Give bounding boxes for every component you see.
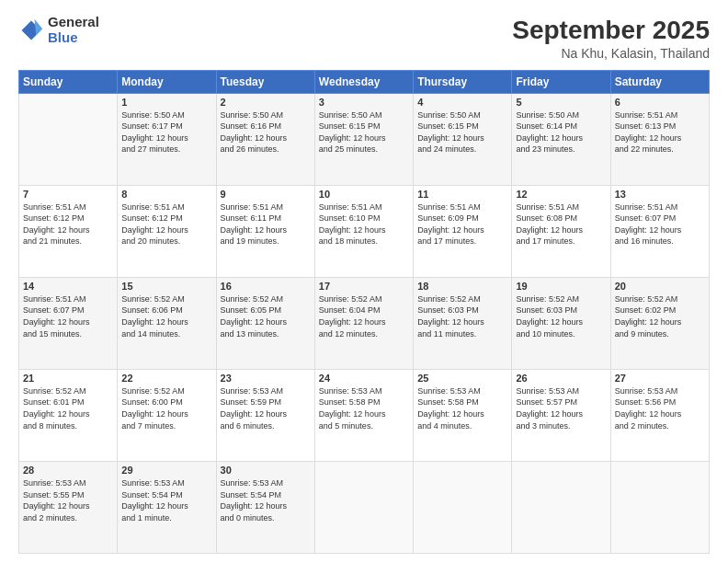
day-number: 10 — [319, 189, 409, 200]
calendar-cell: 12Sunrise: 5:51 AM Sunset: 6:08 PM Dayli… — [512, 185, 610, 277]
calendar-week-3: 14Sunrise: 5:51 AM Sunset: 6:07 PM Dayli… — [19, 277, 710, 369]
day-number: 18 — [417, 281, 507, 292]
title-area: September 2025 Na Khu, Kalasin, Thailand — [512, 15, 710, 61]
calendar-cell: 26Sunrise: 5:53 AM Sunset: 5:57 PM Dayli… — [512, 369, 610, 461]
day-info: Sunrise: 5:53 AM Sunset: 5:54 PM Dayligh… — [121, 477, 211, 523]
calendar-week-4: 21Sunrise: 5:52 AM Sunset: 6:01 PM Dayli… — [19, 369, 710, 461]
calendar-cell: 15Sunrise: 5:52 AM Sunset: 6:06 PM Dayli… — [118, 277, 216, 369]
day-number: 4 — [417, 97, 507, 108]
calendar-cell: 14Sunrise: 5:51 AM Sunset: 6:07 PM Dayli… — [19, 277, 118, 369]
calendar-cell: 17Sunrise: 5:52 AM Sunset: 6:04 PM Dayli… — [314, 277, 413, 369]
calendar-cell: 29Sunrise: 5:53 AM Sunset: 5:54 PM Dayli… — [118, 461, 216, 553]
calendar-cell: 5Sunrise: 5:50 AM Sunset: 6:14 PM Daylig… — [512, 93, 610, 185]
header: General Blue September 2025 Na Khu, Kala… — [18, 15, 710, 61]
subtitle: Na Khu, Kalasin, Thailand — [512, 46, 710, 61]
column-header-friday: Friday — [512, 70, 610, 93]
calendar-cell: 24Sunrise: 5:53 AM Sunset: 5:58 PM Dayli… — [314, 369, 413, 461]
day-number: 2 — [221, 97, 311, 108]
logo-icon — [18, 17, 44, 43]
day-info: Sunrise: 5:51 AM Sunset: 6:12 PM Dayligh… — [23, 201, 113, 247]
column-header-tuesday: Tuesday — [216, 70, 314, 93]
day-number: 9 — [221, 189, 311, 200]
calendar-body: 1Sunrise: 5:50 AM Sunset: 6:17 PM Daylig… — [19, 93, 710, 553]
day-number: 19 — [516, 281, 606, 292]
day-info: Sunrise: 5:51 AM Sunset: 6:08 PM Dayligh… — [516, 201, 606, 247]
calendar-cell: 18Sunrise: 5:52 AM Sunset: 6:03 PM Dayli… — [414, 277, 512, 369]
day-number: 20 — [615, 281, 705, 292]
logo: General Blue — [18, 15, 99, 45]
day-number: 26 — [516, 373, 606, 384]
day-info: Sunrise: 5:52 AM Sunset: 6:03 PM Dayligh… — [417, 293, 507, 339]
day-info: Sunrise: 5:51 AM Sunset: 6:13 PM Dayligh… — [615, 109, 705, 155]
column-header-thursday: Thursday — [414, 70, 512, 93]
day-number: 16 — [221, 281, 311, 292]
column-header-monday: Monday — [118, 70, 216, 93]
calendar-cell: 4Sunrise: 5:50 AM Sunset: 6:15 PM Daylig… — [414, 93, 512, 185]
calendar-cell: 23Sunrise: 5:53 AM Sunset: 5:59 PM Dayli… — [216, 369, 314, 461]
calendar-cell: 11Sunrise: 5:51 AM Sunset: 6:09 PM Dayli… — [414, 185, 512, 277]
day-info: Sunrise: 5:53 AM Sunset: 5:58 PM Dayligh… — [417, 385, 507, 431]
day-number: 12 — [516, 189, 606, 200]
day-number: 11 — [417, 189, 507, 200]
day-info: Sunrise: 5:52 AM Sunset: 6:00 PM Dayligh… — [121, 385, 211, 431]
calendar-cell: 16Sunrise: 5:52 AM Sunset: 6:05 PM Dayli… — [216, 277, 314, 369]
day-info: Sunrise: 5:53 AM Sunset: 5:58 PM Dayligh… — [319, 385, 409, 431]
day-info: Sunrise: 5:51 AM Sunset: 6:11 PM Dayligh… — [221, 201, 311, 247]
day-number: 15 — [121, 281, 211, 292]
calendar-cell — [19, 93, 118, 185]
day-info: Sunrise: 5:50 AM Sunset: 6:15 PM Dayligh… — [417, 109, 507, 155]
day-number: 5 — [516, 97, 606, 108]
day-number: 21 — [23, 373, 113, 384]
calendar-header: SundayMondayTuesdayWednesdayThursdayFrid… — [19, 70, 710, 93]
day-info: Sunrise: 5:52 AM Sunset: 6:06 PM Dayligh… — [121, 293, 211, 339]
calendar-cell: 21Sunrise: 5:52 AM Sunset: 6:01 PM Dayli… — [19, 369, 118, 461]
day-number: 25 — [417, 373, 507, 384]
calendar-cell: 25Sunrise: 5:53 AM Sunset: 5:58 PM Dayli… — [414, 369, 512, 461]
day-info: Sunrise: 5:51 AM Sunset: 6:07 PM Dayligh… — [23, 293, 113, 339]
calendar-cell: 19Sunrise: 5:52 AM Sunset: 6:03 PM Dayli… — [512, 277, 610, 369]
day-info: Sunrise: 5:50 AM Sunset: 6:17 PM Dayligh… — [121, 109, 211, 155]
day-info: Sunrise: 5:51 AM Sunset: 6:12 PM Dayligh… — [121, 201, 211, 247]
logo-general: General — [48, 15, 99, 30]
day-info: Sunrise: 5:53 AM Sunset: 5:59 PM Dayligh… — [221, 385, 311, 431]
day-number: 17 — [319, 281, 409, 292]
day-number: 27 — [615, 373, 705, 384]
day-info: Sunrise: 5:52 AM Sunset: 6:05 PM Dayligh… — [221, 293, 311, 339]
calendar-cell: 22Sunrise: 5:52 AM Sunset: 6:00 PM Dayli… — [118, 369, 216, 461]
column-header-saturday: Saturday — [610, 70, 709, 93]
column-header-wednesday: Wednesday — [314, 70, 413, 93]
calendar-cell — [610, 461, 709, 553]
day-info: Sunrise: 5:52 AM Sunset: 6:01 PM Dayligh… — [23, 385, 113, 431]
calendar-cell: 13Sunrise: 5:51 AM Sunset: 6:07 PM Dayli… — [610, 185, 709, 277]
day-info: Sunrise: 5:52 AM Sunset: 6:03 PM Dayligh… — [516, 293, 606, 339]
calendar-cell — [314, 461, 413, 553]
calendar-cell: 20Sunrise: 5:52 AM Sunset: 6:02 PM Dayli… — [610, 277, 709, 369]
day-number: 28 — [23, 465, 113, 476]
day-info: Sunrise: 5:50 AM Sunset: 6:14 PM Dayligh… — [516, 109, 606, 155]
day-number: 7 — [23, 189, 113, 200]
day-number: 29 — [121, 465, 211, 476]
calendar-cell — [512, 461, 610, 553]
logo-blue: Blue — [48, 30, 99, 46]
day-number: 1 — [121, 97, 211, 108]
calendar-cell: 8Sunrise: 5:51 AM Sunset: 6:12 PM Daylig… — [118, 185, 216, 277]
day-number: 23 — [221, 373, 311, 384]
day-info: Sunrise: 5:52 AM Sunset: 6:02 PM Dayligh… — [615, 293, 705, 339]
day-number: 8 — [121, 189, 211, 200]
day-info: Sunrise: 5:51 AM Sunset: 6:10 PM Dayligh… — [319, 201, 409, 247]
calendar-cell: 3Sunrise: 5:50 AM Sunset: 6:15 PM Daylig… — [314, 93, 413, 185]
calendar-cell: 10Sunrise: 5:51 AM Sunset: 6:10 PM Dayli… — [314, 185, 413, 277]
calendar-cell: 1Sunrise: 5:50 AM Sunset: 6:17 PM Daylig… — [118, 93, 216, 185]
day-number: 6 — [615, 97, 705, 108]
day-info: Sunrise: 5:52 AM Sunset: 6:04 PM Dayligh… — [319, 293, 409, 339]
day-info: Sunrise: 5:51 AM Sunset: 6:09 PM Dayligh… — [417, 201, 507, 247]
calendar-cell — [414, 461, 512, 553]
day-info: Sunrise: 5:53 AM Sunset: 5:54 PM Dayligh… — [221, 477, 311, 523]
calendar-cell: 6Sunrise: 5:51 AM Sunset: 6:13 PM Daylig… — [610, 93, 709, 185]
day-info: Sunrise: 5:53 AM Sunset: 5:55 PM Dayligh… — [23, 477, 113, 523]
calendar-cell: 9Sunrise: 5:51 AM Sunset: 6:11 PM Daylig… — [216, 185, 314, 277]
header-row: SundayMondayTuesdayWednesdayThursdayFrid… — [19, 70, 710, 93]
calendar-table: SundayMondayTuesdayWednesdayThursdayFrid… — [18, 70, 710, 554]
day-info: Sunrise: 5:51 AM Sunset: 6:07 PM Dayligh… — [615, 201, 705, 247]
calendar-cell: 28Sunrise: 5:53 AM Sunset: 5:55 PM Dayli… — [19, 461, 118, 553]
